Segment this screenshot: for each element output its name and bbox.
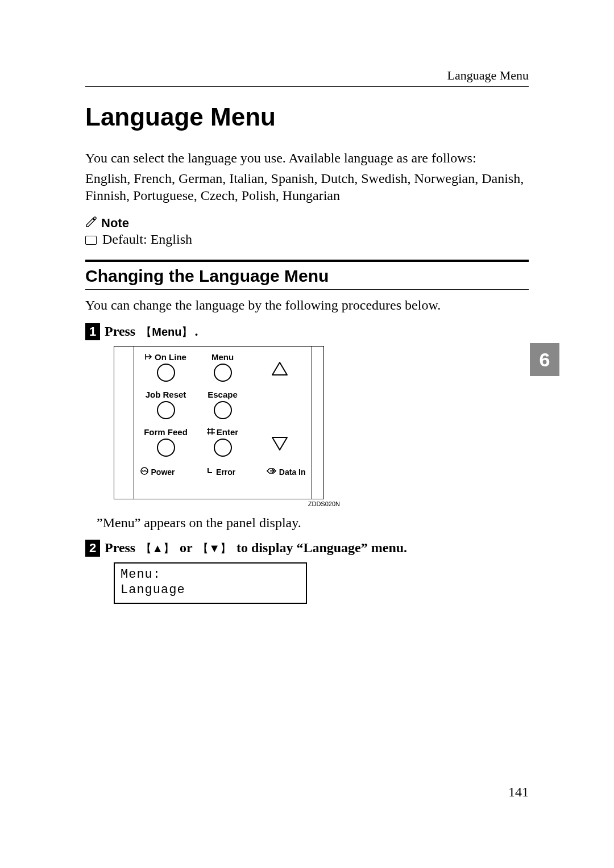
checkbox-icon: [85, 236, 97, 245]
power-icon: [140, 466, 149, 477]
formfeed-label: Form Feed: [144, 427, 188, 437]
page-number: 141: [508, 784, 529, 800]
menu-label: Menu: [211, 352, 234, 362]
pencil-icon: [85, 216, 97, 230]
step-2: 2 Press ▲ or ▼ to display “Language” men…: [85, 540, 529, 557]
jobreset-label: Job Reset: [146, 390, 186, 399]
intro-line-2: English, French, German, Italian, Spanis…: [85, 170, 529, 204]
step2-prefix: Press: [105, 540, 139, 555]
step-1: 1 Press Menu.: [85, 323, 529, 340]
lcd-line-2: Language: [121, 582, 300, 598]
error-icon: [206, 467, 214, 477]
escape-label: Escape: [208, 390, 238, 399]
running-head: Language Menu: [85, 68, 529, 87]
page-title: Language Menu: [85, 103, 529, 131]
escape-button-icon: [214, 401, 232, 419]
subsection-title: Changing the Language Menu: [85, 266, 529, 286]
datain-icon: [267, 467, 277, 477]
online-arrow-icon: [145, 352, 153, 362]
down-triangle-icon: [271, 436, 288, 451]
power-label: Power: [151, 468, 175, 477]
step1-prefix: Press: [105, 324, 139, 339]
svg-marker-1: [272, 437, 287, 450]
step1-suffix: .: [194, 324, 198, 339]
hash-icon: [207, 427, 215, 437]
datain-label: Data In: [279, 468, 306, 477]
note-label: Note: [101, 216, 129, 231]
chapter-tab: 6: [530, 343, 559, 376]
step-number-icon: 1: [85, 323, 100, 340]
online-label: On Line: [155, 352, 186, 362]
after-panel-text: ”Menu” appears on the panel display.: [97, 515, 529, 531]
down-key: ▼: [196, 541, 233, 556]
menu-key: Menu: [139, 324, 194, 340]
step2-mid: or: [176, 540, 196, 555]
lcd-line-1: Menu:: [121, 567, 300, 583]
formfeed-button-icon: [157, 439, 175, 457]
jobreset-button-icon: [157, 401, 175, 419]
error-label: Error: [216, 468, 235, 477]
intro-line-1: You can select the language you use. Ava…: [85, 149, 529, 166]
step-number-icon: 2: [85, 540, 100, 557]
menu-button-icon: [214, 364, 232, 382]
control-panel-diagram: On Line Menu: [114, 346, 529, 499]
step2-tail: to display “Language” menu.: [233, 540, 407, 555]
note-item: Default: English: [102, 232, 192, 247]
up-key: ▲: [139, 541, 176, 556]
up-triangle-icon: [271, 361, 288, 376]
online-button-icon: [157, 364, 175, 382]
subsection-lead: You can change the language by the follo…: [85, 298, 529, 313]
figure-code: ZDDS020N: [114, 499, 340, 507]
enter-button-icon: [214, 439, 232, 457]
lcd-display: Menu: Language: [114, 562, 307, 604]
svg-marker-0: [272, 362, 287, 375]
enter-label: Enter: [217, 427, 238, 437]
